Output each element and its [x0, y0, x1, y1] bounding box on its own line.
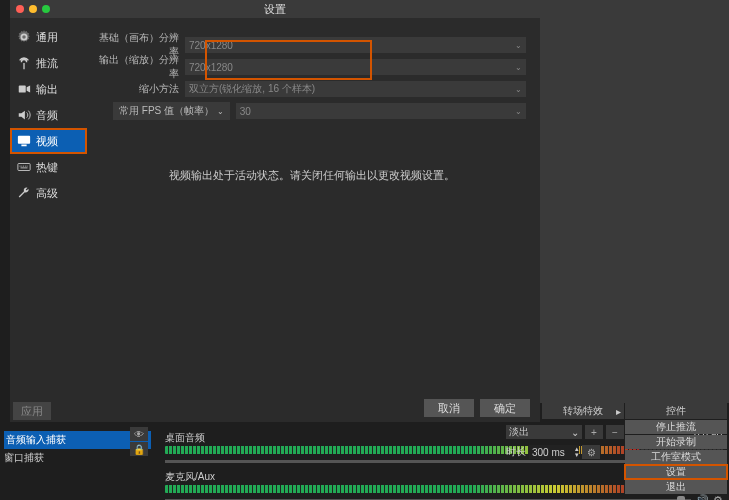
chevron-down-icon: ⌄ — [571, 427, 579, 438]
speaker-icon[interactable]: 🔊 — [695, 494, 709, 500]
ok-button[interactable]: 确定 — [480, 399, 530, 417]
mixer-track-name: 桌面音频 — [165, 431, 205, 445]
controls-header: 控件 — [625, 403, 727, 419]
transitions-panel: 淡出⌄ + − 时长 300 ms▴▾ ⚙ — [506, 421, 624, 461]
stepper-icon[interactable]: ▴▾ — [575, 446, 579, 458]
gear-icon — [16, 29, 32, 45]
source-item[interactable]: 窗口捕获 — [4, 449, 151, 467]
speaker-icon — [16, 107, 32, 123]
transition-select[interactable]: 淡出⌄ — [506, 425, 582, 439]
duration-input[interactable]: 300 ms▴▾ — [529, 445, 579, 459]
base-resolution-select[interactable]: 720x1280⌄ — [185, 37, 526, 53]
svg-rect-3 — [18, 164, 30, 171]
sidebar-item-audio[interactable]: 音频 — [10, 102, 87, 128]
source-visibility-toggle[interactable]: 👁 — [130, 427, 148, 441]
background-panel — [540, 0, 729, 403]
chevron-down-icon: ⌄ — [515, 107, 522, 116]
sidebar-item-video[interactable]: 视频 — [10, 128, 87, 154]
gear-icon[interactable]: ⚙ — [713, 494, 723, 500]
sidebar-item-label: 音频 — [36, 108, 58, 123]
source-lock-toggle[interactable]: 🔒 — [130, 442, 148, 456]
studio-mode-button[interactable]: 工作室模式 — [625, 450, 727, 464]
chevron-down-icon: ⌄ — [515, 41, 522, 50]
sidebar-item-label: 输出 — [36, 82, 58, 97]
monitor-icon — [16, 133, 32, 149]
chevron-down-icon: ⌄ — [515, 85, 522, 94]
dialog-title: 设置 — [10, 2, 540, 17]
sidebar-item-hotkeys[interactable]: 热键 — [10, 154, 87, 180]
output-resolution-select[interactable]: 720x1280⌄ — [185, 59, 526, 75]
fps-value-select[interactable]: 30⌄ — [236, 103, 526, 119]
fps-type-select[interactable]: 常用 FPS 值（帧率） ⌄ — [113, 102, 230, 120]
sidebar-item-label: 热键 — [36, 160, 58, 175]
exit-button[interactable]: 退出 — [625, 480, 727, 494]
sidebar-item-label: 推流 — [36, 56, 58, 71]
sidebar-item-stream[interactable]: 推流 — [10, 50, 87, 76]
chevron-down-icon: ⌄ — [515, 63, 522, 72]
duration-label: 时长 — [506, 445, 526, 459]
start-recording-button[interactable]: 开始录制 — [625, 435, 727, 449]
settings-button[interactable]: 设置 — [625, 465, 727, 479]
sidebar-item-advanced[interactable]: 高级 — [10, 180, 87, 206]
wrench-icon — [16, 185, 32, 201]
mixer-track-name: 麦克风/Aux — [165, 470, 215, 484]
output-resolution-label: 输出（缩放）分辨率 — [97, 53, 185, 81]
controls-panel: 停止推流 开始录制 工作室模式 设置 退出 — [625, 419, 727, 494]
sidebar-item-label: 高级 — [36, 186, 58, 201]
chevron-down-icon: ⌄ — [217, 107, 224, 116]
add-transition-button[interactable]: + — [585, 425, 603, 439]
sidebar-item-label: 视频 — [36, 134, 58, 149]
sidebar-item-general[interactable]: 通用 — [10, 24, 87, 50]
sidebar-item-output[interactable]: 输出 — [10, 76, 87, 102]
expand-icon[interactable]: ▸ — [616, 406, 621, 417]
settings-sidebar: 通用 推流 输出 音频 视频 热键 — [10, 18, 87, 394]
downscale-filter-select[interactable]: 双立方(锐化缩放, 16 个样本)⌄ — [185, 81, 526, 97]
source-item[interactable]: 音频输入捕获 — [4, 431, 151, 449]
svg-rect-0 — [19, 86, 26, 93]
transitions-header: 转场特效▸ — [542, 403, 624, 419]
cancel-button[interactable]: 取消 — [424, 399, 474, 417]
antenna-icon — [16, 55, 32, 71]
remove-transition-button[interactable]: − — [606, 425, 624, 439]
output-icon — [16, 81, 32, 97]
sidebar-item-label: 通用 — [36, 30, 58, 45]
settings-content: 基础（画布）分辨率 720x1280⌄ 输出（缩放）分辨率 720x1280⌄ … — [87, 18, 540, 394]
svg-rect-2 — [21, 145, 26, 147]
stop-streaming-button[interactable]: 停止推流 — [625, 420, 727, 434]
apply-button[interactable]: 应用 — [13, 402, 51, 420]
video-output-warning: 视频输出处于活动状态。请关闭任何输出以更改视频设置。 — [97, 168, 526, 183]
downscale-filter-label: 缩小方法 — [97, 82, 185, 96]
settings-dialog: 设置 通用 推流 输出 音频 视频 — [10, 0, 540, 422]
transition-settings-button[interactable]: ⚙ — [582, 445, 600, 459]
dialog-footer: 取消 确定 — [10, 394, 540, 422]
titlebar: 设置 — [10, 0, 540, 18]
svg-rect-1 — [18, 136, 30, 144]
keyboard-icon — [16, 159, 32, 175]
